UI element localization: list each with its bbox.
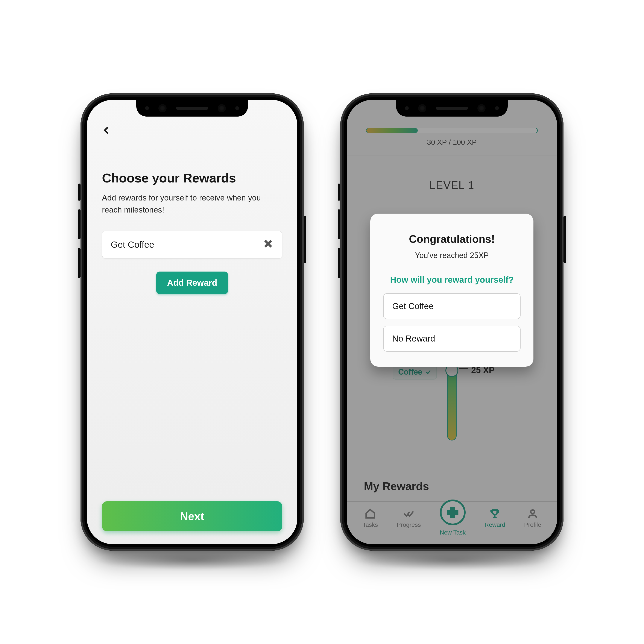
volume-mute-button: [338, 184, 340, 201]
volume-down-button: [78, 248, 81, 278]
page-subtitle: Add rewards for yourself to receive when…: [102, 192, 282, 216]
next-button[interactable]: Next: [102, 501, 282, 531]
volume-mute-button: [78, 184, 81, 201]
screen-rewards-progress: 30 XP / 100 XP LEVEL 1 25 XP Coffee My R…: [347, 100, 557, 544]
screen-choose-rewards: Choose your Rewards Add rewards for your…: [87, 100, 297, 544]
volume-down-button: [338, 248, 340, 278]
page-title: Choose your Rewards: [102, 171, 282, 185]
modal-option-no-reward[interactable]: No Reward: [383, 326, 521, 352]
reward-input[interactable]: Get Coffee: [102, 231, 282, 259]
volume-up-button: [78, 209, 81, 239]
add-reward-button[interactable]: Add Reward: [156, 272, 228, 294]
phone-notch: [136, 100, 248, 117]
back-icon[interactable]: [102, 132, 111, 136]
volume-up-button: [338, 209, 340, 239]
phone-mockup-left: Choose your Rewards Add rewards for your…: [81, 93, 304, 551]
clear-icon[interactable]: [263, 238, 273, 251]
modal-title: Congratulations!: [383, 233, 521, 245]
reward-input-value: Get Coffee: [111, 240, 154, 250]
modal-subtitle: You've reached 25XP: [383, 251, 521, 260]
power-button: [563, 216, 566, 263]
modal-option-get-coffee[interactable]: Get Coffee: [383, 293, 521, 319]
phone-mockup-right: 30 XP / 100 XP LEVEL 1 25 XP Coffee My R…: [340, 93, 563, 551]
phone-notch: [396, 100, 508, 117]
congrats-modal: Congratulations! You've reached 25XP How…: [370, 214, 533, 367]
modal-question: How will you reward yourself?: [383, 275, 521, 285]
power-button: [304, 216, 306, 263]
